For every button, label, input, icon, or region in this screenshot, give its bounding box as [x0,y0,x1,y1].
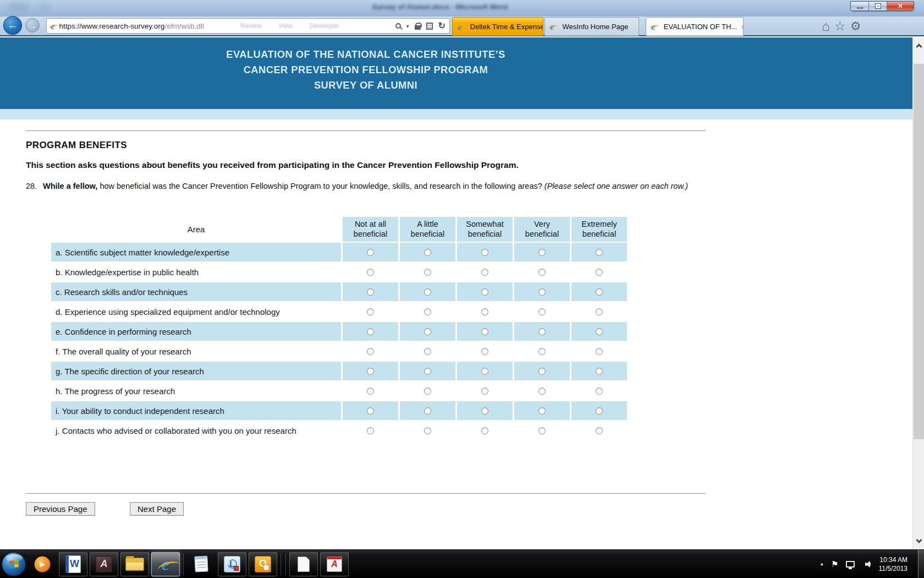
radio-c-1[interactable] [367,288,374,296]
radio-i-5[interactable] [596,407,603,415]
minimize-button[interactable] [851,2,869,10]
radio-i-4[interactable] [538,407,546,415]
scroll-up-button[interactable] [913,37,924,53]
radio-i-3[interactable] [481,407,488,415]
word-icon: W [65,555,81,573]
radio-f-3[interactable] [481,348,488,355]
refresh-icon[interactable]: ↻ [438,21,446,30]
titlebar-smudge [38,4,50,10]
radio-e-5[interactable] [596,328,603,335]
radio-h-5[interactable] [596,388,603,395]
radio-b-3[interactable] [481,269,488,276]
radio-e-1[interactable] [367,328,374,335]
radio-b-5[interactable] [596,269,603,276]
radio-f-5[interactable] [596,348,603,355]
volume-icon[interactable] [862,560,872,569]
radio-c-3[interactable] [481,288,488,296]
radio-g-1[interactable] [367,368,374,375]
radio-j-5[interactable] [596,427,603,434]
radio-b-2[interactable] [424,269,431,276]
radio-j-2[interactable] [424,427,431,434]
radio-d-5[interactable] [596,308,603,315]
radio-f-1[interactable] [367,348,374,355]
network-icon[interactable] [846,561,855,568]
radio-d-2[interactable] [424,308,431,315]
home-icon[interactable]: ⌂ [822,19,830,33]
radio-c-5[interactable] [596,288,603,296]
taskbar-reader-button[interactable]: A [320,552,349,576]
vertical-scrollbar[interactable] [912,37,924,549]
radio-cell [343,362,398,380]
taskbar-media-player-button[interactable]: ▶ [28,552,57,576]
previous-page-button[interactable]: Previous Page [26,502,95,516]
taskbar-ie-button-active[interactable]: e [151,552,180,576]
radio-h-4[interactable] [538,388,546,395]
taskbar-notepad-button[interactable] [187,552,216,576]
tab-close-icon[interactable]: × [741,23,744,31]
radio-g-5[interactable] [596,368,603,375]
radio-a-5[interactable] [596,249,603,256]
scrollbar-thumb[interactable] [914,64,924,439]
radio-e-3[interactable] [481,328,488,335]
radio-c-4[interactable] [538,288,546,296]
taskbar-word-button[interactable]: W [59,552,87,576]
radio-d-1[interactable] [367,308,374,315]
taskbar-explorer-button[interactable] [120,552,149,576]
forward-button[interactable]: → [25,18,40,32]
radio-cell [571,282,627,301]
radio-f-2[interactable] [424,348,431,355]
close-button[interactable]: ✕ [887,2,914,10]
radio-c-2[interactable] [424,288,431,296]
search-icon[interactable] [395,23,401,29]
ie-favicon: e [651,22,656,31]
compatibility-view-icon[interactable] [426,23,433,30]
outlook-icon: O [255,556,271,572]
action-center-flag-icon[interactable]: ⚑ [831,560,838,568]
radio-j-1[interactable] [367,427,374,434]
radio-a-4[interactable] [538,249,546,256]
radio-j-3[interactable] [481,427,488,434]
tab-evaluation-active[interactable]: e EVALUATION OF TH... × [646,17,744,36]
radio-b-4[interactable] [538,269,546,276]
chevron-down-icon[interactable]: ▾ [406,23,409,29]
clock[interactable]: 10:34 AM 11/5/2013 [879,555,911,573]
radio-e-2[interactable] [424,328,431,335]
radio-a-3[interactable] [481,249,488,256]
radio-d-3[interactable] [481,308,488,315]
taskbar-document-button[interactable] [289,552,318,576]
radio-f-4[interactable] [538,348,546,355]
radio-cell [571,302,627,321]
radio-a-2[interactable] [424,249,431,256]
radio-h-1[interactable] [367,388,374,395]
radio-g-4[interactable] [538,368,546,375]
start-button[interactable] [2,552,26,576]
media-player-icon: ▶ [34,556,51,572]
radio-d-4[interactable] [538,308,546,315]
chevron-down-icon [916,537,922,543]
taskbar-sync-app-button[interactable]: L [218,552,246,576]
radio-b-1[interactable] [367,269,374,276]
address-bar[interactable]: e https://www.research-survey.org/efm/ws… [46,18,450,34]
radio-g-3[interactable] [481,368,488,375]
scroll-down-button[interactable] [913,534,924,549]
radio-h-3[interactable] [481,388,488,395]
radio-h-2[interactable] [424,388,431,395]
radio-j-4[interactable] [538,427,546,434]
radio-e-4[interactable] [538,328,546,335]
show-desktop-button[interactable] [918,550,924,578]
tab-wesinfo[interactable]: e WesInfo Home Page [544,17,639,36]
restore-button[interactable] [869,2,887,10]
settings-gear-icon[interactable]: ⚙ [850,20,861,32]
radio-cell [400,401,455,420]
next-page-button[interactable]: Next Page [130,502,184,516]
radio-a-1[interactable] [367,249,374,256]
tab-deltek[interactable]: e Deltek Time & Expense... [452,17,543,36]
tray-expand-icon[interactable]: ▲ [820,561,824,566]
radio-i-2[interactable] [424,407,431,415]
taskbar-acrobat-button[interactable]: A [90,552,118,576]
radio-g-2[interactable] [424,368,431,375]
back-button[interactable]: ← [3,16,22,35]
radio-i-1[interactable] [367,407,374,415]
favorites-star-icon[interactable]: ☆ [834,20,846,32]
taskbar-outlook-button[interactable]: O [249,552,277,576]
